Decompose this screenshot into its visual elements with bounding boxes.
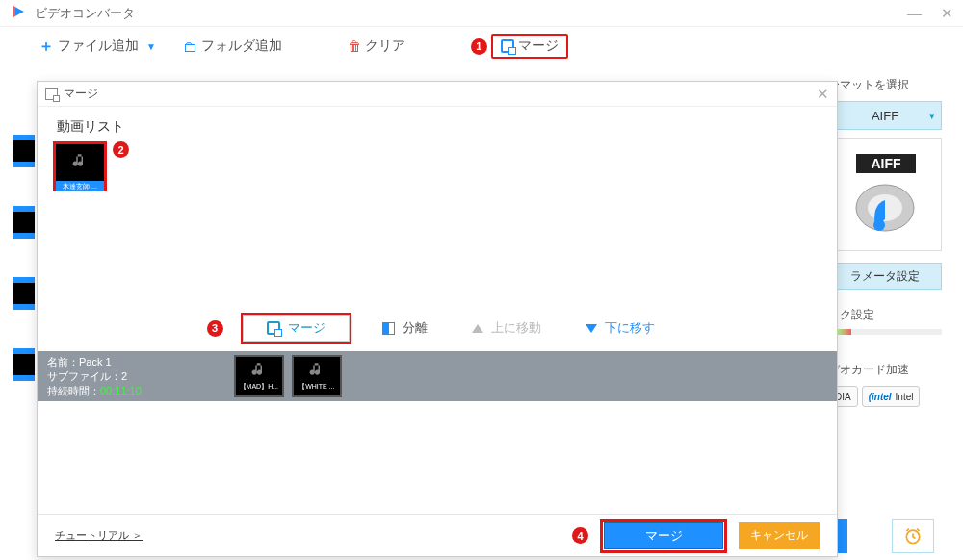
video-accel-label: デオカード加速 (828, 362, 942, 378)
separate-action-button[interactable]: 分離 (369, 316, 441, 341)
quick-settings-slider[interactable] (828, 329, 942, 335)
close-button[interactable]: ✕ (941, 5, 953, 22)
bg-thumb (13, 348, 35, 381)
chevron-down-icon[interactable]: ▼ (146, 41, 156, 52)
minimize-button[interactable]: — (907, 5, 922, 22)
arrow-up-icon (472, 324, 483, 333)
trash-icon: 🗑 (348, 38, 361, 54)
add-folder-label: フォルダ追加 (201, 38, 282, 55)
merge-icon (501, 39, 514, 53)
video-list-item[interactable]: 木達玄師 ... (53, 141, 107, 191)
left-thumbnail-stack (13, 135, 35, 381)
merge-icon (267, 321, 280, 335)
pack-info-bar[interactable]: 名前：Pack 1 サブファイル：2 持続時間：00:11:10 【MAD】H.… (38, 351, 837, 401)
cancel-button[interactable]: キャンセル (739, 522, 820, 549)
merge-action-button[interactable]: マージ (243, 315, 350, 342)
clear-button[interactable]: 🗑 クリア (348, 38, 405, 55)
move-up-button[interactable]: 上に移動 (458, 316, 555, 341)
folder-icon: 🗀 (183, 38, 197, 55)
bg-thumb (13, 206, 35, 239)
format-select[interactable]: AIFF (828, 101, 942, 130)
gpu-chip-intel[interactable]: (intelIntel (862, 386, 921, 407)
pack-info-text: 名前：Pack 1 サブファイル：2 持続時間：00:11:10 (47, 355, 142, 398)
format-preview: AIFF (828, 138, 942, 251)
music-note-icon (71, 152, 89, 173)
step-badge-1: 1 (471, 38, 487, 55)
tutorial-link[interactable]: チュートリアル ＞ (55, 528, 143, 543)
merge-action-label: マージ (288, 319, 325, 337)
pack-item-label: 【WHITE ... (299, 382, 334, 392)
parameter-settings-button[interactable]: ラメータ設定 (828, 263, 942, 290)
svg-point-3 (873, 219, 885, 231)
app-title: ビデオコンバータ (35, 5, 135, 22)
add-file-label: ファイル追加 (58, 38, 139, 55)
format-select-label: ーマットを選択 (828, 77, 942, 93)
add-folder-button[interactable]: 🗀 フォルダ追加 (183, 38, 282, 55)
pack-item-thumb[interactable]: 【WHITE ... (292, 355, 342, 397)
separate-icon (382, 322, 395, 335)
arrow-down-icon (586, 324, 597, 333)
step-badge-3: 3 (207, 320, 223, 337)
step-badge-2: 2 (113, 141, 129, 158)
bg-thumb (13, 277, 35, 310)
pack-item-thumb[interactable]: 【MAD】H... (234, 355, 284, 397)
schedule-button[interactable] (892, 519, 934, 553)
app-logo-icon (10, 3, 27, 24)
quick-settings-label[interactable]: ック設定 (828, 307, 942, 323)
modal-close-button[interactable]: ✕ (817, 86, 829, 103)
merge-label: マージ (518, 38, 559, 55)
music-note-icon (308, 361, 325, 380)
move-down-button[interactable]: 下に移す (572, 316, 668, 341)
move-up-label: 上に移動 (491, 319, 541, 337)
merge-confirm-button[interactable]: マージ (604, 522, 723, 549)
bg-thumb (13, 135, 35, 167)
separate-action-label: 分離 (403, 319, 428, 337)
video-item-label: 木達玄師 ... (56, 181, 104, 191)
add-file-button[interactable]: ＋ ファイル追加 ▼ (39, 37, 156, 57)
merge-modal: マージ ✕ 動画リスト 木達玄師 ... 2 3 マージ (37, 81, 838, 557)
video-list-heading: 動画リスト (57, 118, 821, 136)
move-down-label: 下に移す (605, 319, 655, 337)
merge-toolbar-button[interactable]: マージ (491, 34, 568, 59)
merge-icon (45, 88, 58, 100)
plus-icon: ＋ (39, 37, 54, 57)
music-note-icon (250, 361, 268, 380)
preview-text: AIFF (871, 156, 901, 171)
clear-label: クリア (365, 38, 405, 55)
modal-title: マージ (64, 86, 98, 102)
step-badge-4: 4 (572, 527, 588, 544)
pack-item-label: 【MAD】H... (240, 382, 278, 392)
